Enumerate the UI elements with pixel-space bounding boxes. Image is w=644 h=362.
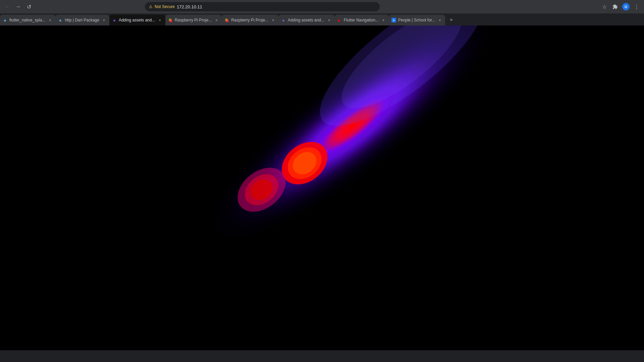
tab-adding-assets-1[interactable]: ◈ Adding assets and... × [109,15,165,25]
tab-title: Adding assets and... [288,18,324,22]
reload-button[interactable]: ↺ [24,2,34,11]
tab-close-button[interactable]: × [101,17,107,23]
tab-close-button[interactable]: × [214,17,219,23]
security-label: Not Secure [155,4,175,9]
tab-title: Raspberry Pi Proje... [231,18,268,22]
tab-close-button[interactable]: × [326,17,332,23]
bookmark-button[interactable]: ☆ [600,2,609,11]
tab-favicon-youtube: ▶ [337,18,342,22]
tab-raspi-1[interactable]: 🍓 Raspberry Pi Proje... × [165,15,222,25]
tab-favicon-flutter: ◈ [3,18,7,22]
tab-close-button[interactable]: × [157,17,163,23]
forward-button[interactable]: → [13,2,23,11]
tab-flutter-navigation[interactable]: ▶ Flutter Navigation... × [334,15,389,25]
menu-button[interactable]: ⋮ [632,2,641,11]
nav-buttons: ← → ↺ [3,2,34,11]
tabs-bar: ◈ flutter_native_spla... × ◈ http | Dart… [0,13,644,25]
extensions-button[interactable] [610,2,620,11]
tab-school-people[interactable]: S People | School for... × [389,15,445,25]
tab-close-button[interactable]: × [437,17,442,23]
tab-title: flutter_native_spla... [9,18,45,22]
tab-title: http | Dart Package [65,18,99,22]
tab-dart-package[interactable]: ◈ http | Dart Package × [55,15,109,25]
tab-raspi-2[interactable]: 🍓 Raspberry Pi Proje... × [222,15,278,25]
tab-title: People | School for... [398,18,435,22]
tabs-overflow-button[interactable]: » [446,15,456,24]
tab-favicon-raspi-2: 🍓 [224,18,229,22]
browser-chrome: ← → ↺ ⚠ Not Secure 172.20.10.11 ☆ U ⋮ ◈ … [0,0,644,25]
tab-favicon-raspi: 🍓 [168,18,173,22]
back-button[interactable]: ← [3,2,12,11]
address-bar[interactable]: ⚠ Not Secure 172.20.10.11 [145,2,380,11]
tab-close-button[interactable]: × [381,17,386,23]
url-display: 172.20.10.11 [177,4,202,9]
tab-favicon-flutter2-2: ◈ [281,18,286,22]
tab-title: Adding assets and... [119,18,155,22]
gradient-blob [0,25,644,350]
title-bar: ← → ↺ ⚠ Not Secure 172.20.10.11 ☆ U ⋮ [0,0,644,13]
tab-flutter-native[interactable]: ◈ flutter_native_spla... × [0,15,55,25]
security-warning-icon: ⚠ [149,4,153,9]
tab-close-button[interactable]: × [270,17,276,23]
tab-close-button[interactable]: × [47,17,53,23]
tab-favicon-dart: ◈ [58,18,63,22]
tab-title: Raspberry Pi Proje... [175,18,212,22]
tab-title: Flutter Navigation... [344,18,379,22]
profile-button[interactable]: U [621,2,631,11]
tab-adding-assets-2[interactable]: ◈ Adding assets and... × [278,15,334,25]
tab-favicon-flutter2: ◈ [112,18,117,22]
tab-favicon-school: S [391,18,396,22]
toolbar-right: ☆ U ⋮ [600,2,641,11]
page-content [0,25,644,350]
